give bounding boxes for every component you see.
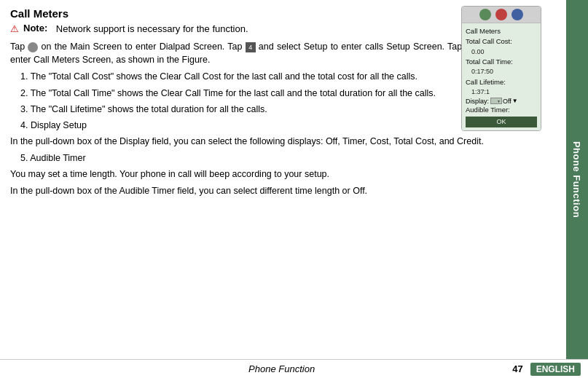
call-lifetime-label: Call Lifetime: [466, 77, 537, 87]
list-item-2: 2. The "Total Call Time" shows the Clear… [20, 87, 522, 100]
display-setup-desc: In the pull-down box of the Display fiel… [10, 135, 522, 148]
page-wrapper: Call Meters ⚠ Note: Network support is n… [0, 0, 588, 359]
sidebar-label: Phone Function [572, 141, 583, 218]
display-dropdown[interactable] [490, 98, 502, 104]
phone-icon-green [479, 9, 491, 20]
call-lifetime-value: 1:37:1 [466, 87, 537, 98]
display-label: Display: [466, 98, 489, 105]
left-text: Call Meters ⚠ Note: Network support is n… [10, 7, 522, 70]
display-row: Display: Off ▼ [466, 98, 537, 105]
display-arrow: ▼ [512, 98, 518, 104]
total-cost-value: 0.00 [466, 47, 537, 58]
total-time-value: 0:17:50 [466, 67, 537, 77]
list-item-4: 4. Display Setup [20, 119, 522, 132]
audible-timer-label: Audible Timer: [466, 105, 537, 115]
page-title: Call Meters [10, 7, 522, 20]
footer: Phone Function 47 ENGLISH [0, 359, 588, 378]
list-item-5: 5. Audible Timer [20, 151, 522, 165]
phone-top-icons [462, 7, 541, 23]
main-content: Call Meters ⚠ Note: Network support is n… [0, 0, 566, 359]
note-text: Network support is necessary for the fun… [56, 23, 248, 36]
list-item-1: 1. The "Total Call Cost" shows the Clear… [20, 70, 522, 83]
screen-title: Call Meters [466, 26, 537, 36]
audible-timer-desc1: You may set a time length. Your phone in… [10, 168, 522, 181]
total-time-label: Total Call Time: [466, 57, 537, 67]
footer-page-title: Phone Function [51, 363, 512, 374]
note-label: Note: [23, 23, 47, 34]
ok-button[interactable]: OK [466, 117, 537, 128]
footer-language-badge: ENGLISH [530, 363, 581, 376]
list-item-3: 3. The "Call Lifetime" shows the total d… [20, 103, 522, 116]
note-block: ⚠ Note: Network support is necessary for… [10, 23, 522, 36]
top-content: Call Meters ⚠ Note: Network support is n… [10, 7, 522, 70]
phone-icon-red [495, 9, 507, 20]
intro-paragraph: Tap on the Main Screen to enter Dialpad … [10, 40, 522, 66]
footer-page-number: 47 [512, 363, 522, 374]
phone-screenshot: Call Meters Total Call Cost: 0.00 Total … [461, 6, 541, 131]
phone-icon-blue [511, 9, 523, 20]
audible-timer-desc2: In the pull-down box of the Audible Time… [10, 184, 522, 197]
right-sidebar: Phone Function [566, 0, 588, 359]
phone-screen: Call Meters Total Call Cost: 0.00 Total … [462, 23, 541, 130]
warning-icon: ⚠ [10, 23, 19, 36]
display-value: Off [503, 98, 511, 105]
total-cost-label: Total Call Cost: [466, 36, 537, 47]
